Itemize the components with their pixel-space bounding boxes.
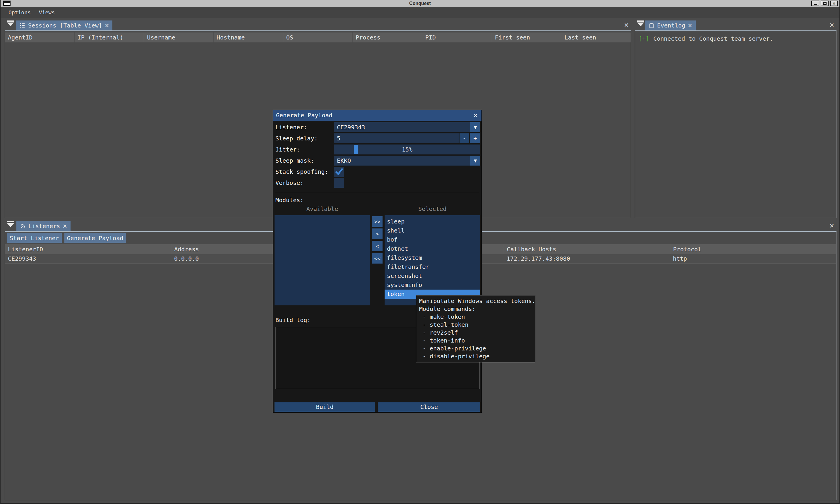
jitter-field-row: Jitter: 15%: [276, 144, 480, 155]
tooltip-line: Manipulate Windows access tokens.: [419, 297, 535, 305]
tooltip-line: - enable-privilege: [419, 345, 535, 353]
clipboard-icon: [649, 22, 654, 29]
jitter-slider[interactable]: 15%: [334, 144, 480, 155]
dialog-close-button[interactable]: Close: [378, 402, 480, 412]
decrement-button[interactable]: -: [459, 133, 469, 143]
move-all-right-button[interactable]: >>: [372, 216, 383, 227]
tab-close-icon[interactable]: ×: [688, 22, 692, 29]
dock-collapse-icon[interactable]: [637, 20, 644, 26]
selected-modules-list[interactable]: sleepshellbofdotnetfilesystemfiletransfe…: [385, 215, 480, 305]
sleep-delay-input[interactable]: 5: [334, 133, 459, 143]
chevron-down-icon[interactable]: ▼: [470, 156, 480, 165]
window-controls: ×: [811, 1, 838, 6]
tooltip-line: - rev2self: [419, 329, 535, 337]
sleep-mask-field-row: Sleep mask: EKKO ▼: [276, 156, 480, 165]
menu-bar: Options Views: [1, 7, 839, 18]
minimize-icon: [813, 4, 817, 5]
module-item[interactable]: dotnet: [385, 244, 480, 253]
sessions-column-header[interactable]: Hostname: [214, 33, 283, 42]
close-icon: ×: [833, 1, 835, 5]
dialog-close-icon[interactable]: ×: [473, 110, 478, 121]
listener-selected-value: CE299343: [337, 122, 365, 132]
eventlog-content: [+]Connected to Conquest team server.: [635, 31, 837, 218]
sessions-column-header[interactable]: Username: [144, 33, 214, 42]
sessions-column-header[interactable]: IP (Internal): [75, 33, 144, 42]
module-item[interactable]: bof: [385, 235, 480, 244]
tab-close-icon[interactable]: ×: [63, 222, 67, 230]
module-transfer-buttons: >> > < <<: [372, 216, 383, 264]
module-item[interactable]: filesystem: [385, 253, 480, 263]
listeners-column-header[interactable]: ListenerID: [5, 244, 171, 254]
tooltip-line: - steal-token: [419, 321, 535, 329]
module-item[interactable]: screenshot: [385, 271, 480, 281]
sessions-column-header[interactable]: Process: [353, 33, 422, 42]
sessions-column-header[interactable]: PID: [422, 33, 492, 42]
tab-label: Listeners: [29, 222, 60, 230]
build-button[interactable]: Build: [275, 402, 375, 412]
module-item[interactable]: sleep: [385, 217, 480, 226]
panel-close-icon[interactable]: ×: [624, 21, 629, 29]
move-right-button[interactable]: >: [372, 229, 383, 239]
sessions-column-header[interactable]: First seen: [492, 33, 562, 42]
minimize-button[interactable]: [811, 1, 819, 6]
table-view-icon: [20, 22, 25, 29]
listeners-column-header[interactable]: Callback Hosts: [504, 244, 670, 254]
move-left-button[interactable]: <: [372, 241, 383, 251]
stack-spoofing-field-row: Stack spoofing:: [276, 167, 480, 177]
sessions-column-header[interactable]: AgentID: [5, 33, 75, 42]
verbose-label: Verbose:: [276, 179, 334, 186]
stack-spoofing-checkbox[interactable]: [334, 167, 344, 177]
listener-cell: CE299343: [5, 254, 171, 263]
verbose-checkbox[interactable]: [334, 178, 344, 188]
eventlog-panel: Eventlog × × [+]Connected to Conquest te…: [635, 18, 837, 218]
eventlog-tab-bar: Eventlog × ×: [635, 18, 837, 31]
sessions-tab-bar: Sessions [Table View] × ×: [5, 18, 631, 31]
menu-item-options[interactable]: Options: [4, 7, 35, 18]
dock-collapse-icon[interactable]: [7, 221, 14, 227]
build-log-label: Build log:: [276, 317, 311, 324]
listener-label: Listener:: [276, 124, 334, 131]
tab-sessions[interactable]: Sessions [Table View] ×: [16, 20, 112, 31]
chevron-down-icon[interactable]: ▼: [470, 122, 480, 132]
tooltip-line: - disable-privilege: [419, 353, 535, 360]
menu-item-views[interactable]: Views: [35, 7, 59, 18]
listeners-column-header[interactable]: Protocol: [670, 244, 836, 254]
listener-field-row: Listener: CE299343 ▼: [276, 122, 480, 132]
antenna-icon: [20, 223, 26, 229]
selected-label: Selected: [385, 205, 480, 212]
sessions-table-header: AgentIDIP (Internal)UsernameHostnameOSPr…: [5, 33, 631, 42]
jitter-label: Jitter:: [276, 146, 334, 153]
eventlog-entry: [+]Connected to Conquest team server.: [635, 31, 836, 42]
module-item[interactable]: filetransfer: [385, 263, 480, 271]
window-title: Conquest: [1, 0, 839, 7]
dock-collapse-icon[interactable]: [7, 20, 14, 26]
sessions-column-header[interactable]: OS: [283, 33, 353, 42]
tab-close-icon[interactable]: ×: [105, 22, 109, 29]
tooltip-line: Module commands:: [419, 305, 535, 313]
panel-close-icon[interactable]: ×: [829, 222, 834, 229]
maximize-icon: [823, 2, 826, 5]
sleep-delay-field-row: Sleep delay: 5 - +: [276, 133, 480, 143]
available-label: Available: [275, 205, 370, 212]
start-listener-button[interactable]: Start Listener: [7, 233, 62, 243]
module-item[interactable]: shell: [385, 226, 480, 235]
sessions-column-header[interactable]: Last seen: [561, 33, 631, 42]
close-button[interactable]: ×: [830, 1, 838, 6]
dialog-titlebar: Generate Payload ×: [273, 110, 482, 121]
sleep-mask-label: Sleep mask:: [276, 157, 334, 164]
modules-label: Modules:: [276, 197, 303, 203]
window-titlebar: Conquest ×: [1, 0, 839, 7]
sleep-mask-select[interactable]: EKKO ▼: [334, 156, 480, 165]
tab-eventlog[interactable]: Eventlog ×: [645, 20, 696, 31]
maximize-button[interactable]: [821, 1, 828, 6]
move-all-left-button[interactable]: <<: [372, 253, 383, 264]
module-item[interactable]: systeminfo: [385, 281, 480, 290]
sleep-delay-value: 5: [337, 133, 340, 143]
generate-payload-button[interactable]: Generate Payload: [64, 233, 126, 243]
sleep-mask-selected-value: EKKO: [337, 156, 351, 165]
listener-select[interactable]: CE299343 ▼: [334, 122, 480, 132]
available-modules-list[interactable]: [275, 215, 370, 305]
tab-listeners[interactable]: Listeners ×: [16, 221, 71, 231]
panel-close-icon[interactable]: ×: [829, 21, 834, 29]
increment-button[interactable]: +: [470, 133, 480, 143]
